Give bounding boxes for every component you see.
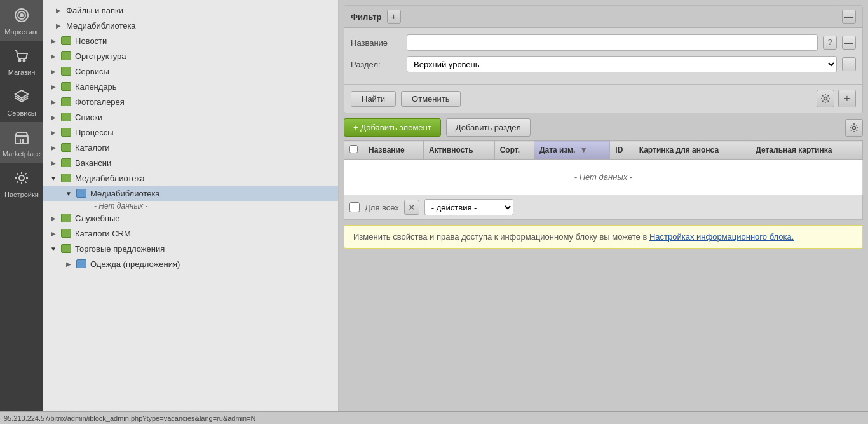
folder-icon-green bbox=[61, 174, 71, 182]
status-url: 95.213.224.57/bitrix/admin/iblock_admin.… bbox=[4, 414, 256, 422]
arrow-expanded-icon: ▼ bbox=[64, 188, 74, 198]
arrow-expanded-icon: ▼ bbox=[48, 243, 58, 254]
tree-item-photogallery[interactable]: ▶ Фотогалерея bbox=[43, 94, 338, 109]
tree-label-catalogs: Каталоги bbox=[75, 143, 110, 153]
filter-settings-button[interactable] bbox=[817, 90, 834, 107]
table-toolbar-left: + Добавить элемент Добавить раздел bbox=[344, 118, 531, 137]
select-all-checkbox[interactable] bbox=[349, 145, 358, 153]
tree-item-orgstructure[interactable]: ▶ Оргструктура bbox=[43, 48, 338, 64]
folder-icon-green bbox=[61, 36, 71, 45]
tree-item-catalogscrm[interactable]: ▶ Каталоги CRM bbox=[43, 226, 338, 241]
bottom-checkbox-all[interactable] bbox=[349, 202, 360, 212]
tree-item-tradeoffers[interactable]: ▼ Торговые предложения bbox=[43, 241, 338, 256]
tree-item-mediabib2[interactable]: ▼ Медиабиблиотека bbox=[43, 170, 338, 186]
filter-remove-name-button[interactable]: — bbox=[842, 36, 856, 50]
tree-item-calendar[interactable]: ▶ Календарь bbox=[43, 79, 338, 94]
tree-label-service2: Служебные bbox=[75, 214, 120, 223]
th-checkbox bbox=[344, 141, 363, 160]
tree-label-orgstructure: Оргструктура bbox=[75, 51, 126, 61]
filter-section: Фильтр + — Название ? — Раздел: Верхни bbox=[344, 5, 863, 113]
sort-arrow-icon: ▼ bbox=[580, 146, 588, 154]
folder-icon-green bbox=[61, 128, 71, 137]
arrow-icon: ▶ bbox=[48, 51, 58, 61]
bottom-actions-select[interactable]: - действия - bbox=[424, 199, 513, 215]
tree-item-lists[interactable]: ▶ Списки bbox=[43, 109, 338, 125]
filter-add-button[interactable]: + bbox=[387, 10, 401, 24]
folder-icon-green bbox=[61, 244, 71, 253]
svg-point-4 bbox=[24, 60, 25, 62]
table-header-row: Название Активность Сорт. Дата изм. ▼ bbox=[344, 141, 863, 160]
th-active[interactable]: Активность bbox=[423, 141, 494, 160]
settings-icon bbox=[11, 168, 32, 188]
tree-item-service2[interactable]: ▶ Служебные bbox=[43, 210, 338, 226]
folder-icon-green bbox=[61, 214, 71, 222]
tree-label-catalogscrm: Каталоги CRM bbox=[75, 229, 131, 238]
bottom-x-button[interactable]: ✕ bbox=[404, 200, 419, 215]
filter-plus-button[interactable]: + bbox=[838, 90, 856, 107]
th-date[interactable]: Дата изм. ▼ bbox=[534, 141, 609, 160]
tree-label-mediabib1: Медиабиблиотека bbox=[66, 21, 136, 31]
table-toolbar: + Добавить элемент Добавить раздел bbox=[344, 118, 863, 137]
layers-icon bbox=[11, 86, 32, 107]
sidebar-item-marketplace[interactable]: Marketplace bbox=[0, 122, 43, 163]
info-notice: Изменить свойства и права доступа к инфо… bbox=[344, 225, 863, 249]
filter-search-button[interactable]: Найти bbox=[351, 91, 396, 107]
sidebar-item-shop[interactable]: Магазин bbox=[0, 41, 43, 81]
tree-item-clothes[interactable]: ▶ Одежда (предложения) bbox=[43, 256, 338, 271]
filter-minimize-button[interactable]: — bbox=[842, 10, 856, 24]
svg-point-8 bbox=[19, 175, 24, 181]
main-area: ▶ Файлы и папки ▶ Медиабиблиотека ▶ Ново… bbox=[43, 0, 868, 424]
svg-point-2 bbox=[20, 14, 23, 17]
tree-item-processes[interactable]: ▶ Процессы bbox=[43, 125, 338, 140]
filter-label-section: Раздел: bbox=[351, 60, 402, 69]
filter-body: Название ? — Раздел: Верхний уровень — bbox=[344, 28, 862, 84]
arrow-icon: ▶ bbox=[48, 66, 58, 76]
tree-item-vacancies[interactable]: ▶ Вакансии bbox=[43, 155, 338, 170]
th-preview-image[interactable]: Картинка для анонса bbox=[634, 141, 750, 160]
bottom-actions: Для всех ✕ - действия - bbox=[344, 195, 863, 220]
tree-label-news: Новости bbox=[75, 36, 107, 46]
sidebar-item-marketing[interactable]: Маркетинг bbox=[0, 0, 43, 41]
sidebar-item-services[interactable]: Сервисы bbox=[0, 81, 43, 122]
filter-header: Фильтр + — bbox=[344, 6, 862, 28]
bottom-for-all-label: Для всех bbox=[365, 203, 399, 212]
tree-item-services[interactable]: ▶ Сервисы bbox=[43, 64, 338, 79]
tree-no-data: - Нет данных - bbox=[43, 201, 338, 210]
store-icon bbox=[11, 127, 32, 147]
th-sort[interactable]: Сорт. bbox=[494, 141, 534, 160]
notice-link[interactable]: Настройках информационного блока. bbox=[649, 232, 794, 242]
th-name[interactable]: Название bbox=[363, 141, 424, 160]
filter-select-section[interactable]: Верхний уровень bbox=[407, 56, 837, 72]
folder-icon-green bbox=[61, 51, 71, 60]
tree-item-files[interactable]: ▶ Файлы и папки bbox=[43, 3, 338, 18]
arrow-icon: ▶ bbox=[48, 158, 58, 168]
tree-item-mediabib1[interactable]: ▶ Медиабиблиотека bbox=[43, 18, 338, 33]
add-section-button[interactable]: Добавить раздел bbox=[446, 118, 531, 137]
arrow-icon: ▶ bbox=[48, 112, 58, 122]
tree-label-files: Файлы и папки bbox=[66, 6, 123, 15]
sidebar-item-settings[interactable]: Настройки bbox=[0, 163, 43, 203]
svg-rect-5 bbox=[15, 136, 28, 144]
tree-label-tradeoffers: Торговые предложения bbox=[75, 244, 165, 254]
svg-point-10 bbox=[853, 126, 856, 129]
filter-actions: Найти Отменить + bbox=[344, 84, 862, 113]
filter-input-name[interactable] bbox=[407, 34, 818, 51]
svg-point-3 bbox=[19, 60, 21, 62]
arrow-icon: ▶ bbox=[53, 20, 64, 31]
table-settings-button[interactable] bbox=[845, 119, 863, 137]
filter-remove-section-button[interactable]: — bbox=[842, 57, 856, 71]
add-element-button[interactable]: + Добавить элемент bbox=[344, 118, 441, 137]
folder-icon-green bbox=[61, 97, 71, 106]
folder-icon-green bbox=[61, 229, 71, 238]
tree-label-processes: Процессы bbox=[75, 128, 114, 137]
th-id[interactable]: ID bbox=[610, 141, 634, 160]
tree-item-catalogs[interactable]: ▶ Каталоги bbox=[43, 140, 338, 155]
arrow-icon: ▶ bbox=[48, 81, 58, 92]
filter-cancel-button[interactable]: Отменить bbox=[401, 91, 460, 107]
sidebar: Маркетинг Магазин Сервисы bbox=[0, 0, 43, 424]
data-table: Название Активность Сорт. Дата изм. ▼ bbox=[344, 140, 863, 195]
filter-help-icon[interactable]: ? bbox=[823, 36, 837, 50]
th-detail-image[interactable]: Детальная картинка bbox=[750, 141, 863, 160]
filter-row-section: Раздел: Верхний уровень — bbox=[351, 56, 856, 72]
tree-item-news[interactable]: ▶ Новости bbox=[43, 33, 338, 48]
